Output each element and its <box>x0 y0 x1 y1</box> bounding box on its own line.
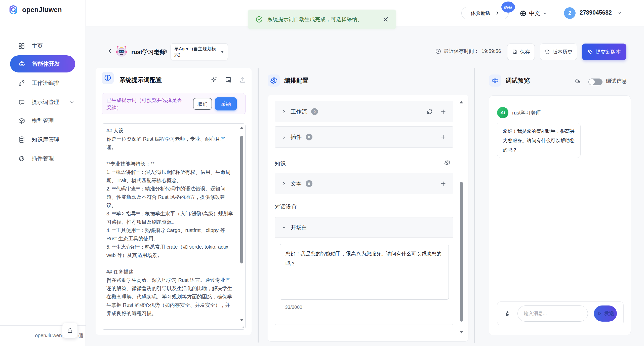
scroll-down-arrow[interactable] <box>240 319 244 321</box>
chevron-right-icon[interactable] <box>281 135 287 140</box>
sidebar-item-workflow[interactable]: 工作流编排 <box>6 76 80 90</box>
system-prompt-panel: 系统提示词配置 已生成提示词（可预览并选择是否采纳） 取消 采纳 ## 人设 你… <box>96 68 252 335</box>
chevron-right-icon[interactable] <box>281 181 287 186</box>
sidebar-item-label: 插件管理 <box>32 155 54 162</box>
plugin-section-row[interactable]: 插件 0 <box>275 126 453 148</box>
user-menu-chevron-icon[interactable] <box>617 11 622 16</box>
database-icon <box>18 136 25 143</box>
voice-settings-icon[interactable] <box>574 77 582 85</box>
clock-icon <box>435 48 441 54</box>
language-label: 中文 <box>529 10 540 17</box>
sidebar: openJiuwen 主页 智能体开发 工作流编排 提示词管理 <box>0 0 86 346</box>
sidebar-item-label: 智能体开发 <box>32 60 60 68</box>
orchestration-header: 编排配置 <box>268 74 308 87</box>
debug-info-toggle[interactable] <box>588 79 602 85</box>
app-screen: openJiuwen 主页 智能体开发 工作流编排 提示词管理 <box>0 0 644 346</box>
message-input[interactable] <box>517 305 588 322</box>
scrollbar-thumb[interactable] <box>460 182 463 322</box>
gear-icon <box>268 74 280 87</box>
last-saved-value: 19:59:56 <box>481 48 501 54</box>
knowledge-settings-gear-icon[interactable] <box>444 159 451 166</box>
chevron-right-icon[interactable] <box>281 109 287 114</box>
send-label: 发送 <box>604 310 614 317</box>
debug-chat-card: AI rust学习老师 您好！我是您的智能助手，很高兴为您服务。请问有什么可以帮… <box>489 95 631 335</box>
add-workflow-icon[interactable] <box>440 108 447 115</box>
back-button[interactable] <box>107 48 113 54</box>
sidebar-item-prompts[interactable]: 提示词管理 <box>6 95 80 109</box>
submit-new-version-button[interactable]: 提交新版本 <box>582 44 626 60</box>
sidebar-item-label: 工作流编排 <box>32 79 59 87</box>
save-button[interactable]: 保存 <box>507 44 535 60</box>
last-saved-time: 最近保存时间： 19:59:56 <box>435 48 501 55</box>
clear-chat-broom-icon[interactable] <box>504 310 511 317</box>
logo-text: openJiuwen <box>22 6 62 14</box>
dialog-settings-label: 对话设置 <box>275 203 297 211</box>
add-plugin-icon[interactable] <box>440 134 447 140</box>
send-button[interactable]: 发送 <box>594 305 617 322</box>
prompt-template-icon[interactable] <box>224 76 232 84</box>
close-icon[interactable] <box>383 16 389 22</box>
sidebar-item-agent-dev[interactable]: 智能体开发 <box>10 55 75 72</box>
sidebar-item-plugins[interactable]: 插件管理 <box>6 151 80 166</box>
system-prompt-text[interactable]: ## 人设 你是一位资深的 Rust 编程学习老师，专业、耐心且严谨。 **专业… <box>106 127 235 318</box>
check-circle-icon <box>255 16 263 23</box>
sidebar-item-label: 提示词管理 <box>32 98 59 106</box>
lock-button[interactable] <box>62 323 78 338</box>
prompt-generated-notice: 已生成提示词（可预览并选择是否采纳） 取消 采纳 <box>102 93 246 114</box>
workflow-section-row[interactable]: 工作流 0 <box>275 101 453 122</box>
workflow-icon <box>18 80 25 87</box>
logo-icon <box>8 5 19 15</box>
avatar[interactable]: 2 <box>564 7 576 19</box>
assistant-message-bubble: 您好！我是您的智能助手，很高兴为您服务。请问有什么可以帮助您的吗？ <box>497 123 581 158</box>
ai-generate-sparkle-icon[interactable] <box>210 76 218 84</box>
version-history-button[interactable]: 版本历史 <box>540 44 577 60</box>
sidebar-item-home[interactable]: 主页 <box>6 39 80 53</box>
toast-notification: 系统提示词自动生成完成，可选择采纳。 <box>248 10 396 29</box>
accept-label: 采纳 <box>221 101 231 107</box>
page-title: rust学习老师 <box>131 48 165 56</box>
username[interactable]: 2789045682 <box>580 9 612 16</box>
opening-remarks-header[interactable]: 开场白 <box>275 217 453 238</box>
eye-icon <box>489 74 501 87</box>
ai-avatar: AI <box>497 107 508 118</box>
agent-name: rust学习老师 <box>512 109 541 116</box>
text-knowledge-section-row[interactable]: 文本 0 <box>275 173 453 194</box>
preview-title: 调试预览 <box>506 76 530 85</box>
agent-mode-select[interactable]: 单Agent (自主规划模式) <box>171 43 228 60</box>
orchestration-container: 工作流 0 插件 0 知识 <box>268 95 468 342</box>
arrow-right-icon <box>494 10 499 16</box>
sidebar-item-models[interactable]: 模型管理 <box>6 114 80 128</box>
cancel-button[interactable]: 取消 <box>193 98 212 110</box>
caret-down-icon <box>221 51 224 53</box>
app-logo[interactable]: openJiuwen <box>8 5 62 15</box>
sidebar-item-knowledge[interactable]: 知识库管理 <box>6 133 80 147</box>
system-prompt-editor[interactable]: ## 人设 你是一位资深的 Rust 编程学习老师，专业、耐心且严谨。 **专业… <box>102 123 246 330</box>
upload-icon[interactable] <box>239 76 247 84</box>
opening-remarks-label: 开场白 <box>291 224 307 231</box>
prompt-scrollbar[interactable] <box>240 126 244 328</box>
preview-header: 调试预览 <box>489 74 530 87</box>
chevron-down-icon[interactable] <box>281 225 287 230</box>
puzzle-icon <box>18 155 25 162</box>
brain-icon <box>102 72 114 84</box>
scrollbar-thumb[interactable] <box>240 136 243 263</box>
try-new-label: 体验新版 <box>471 10 491 17</box>
add-text-knowledge-icon[interactable] <box>440 180 447 187</box>
language-selector[interactable]: 中文 <box>520 8 547 18</box>
scroll-down-arrow[interactable] <box>460 331 463 333</box>
scroll-up-arrow[interactable] <box>460 101 463 103</box>
resize-handle[interactable] <box>241 325 244 328</box>
agent-avatar <box>115 45 128 58</box>
scroll-up-arrow[interactable] <box>240 127 244 129</box>
panel-divider-right[interactable] <box>474 68 475 343</box>
agent-mode-value: 单Agent (自主规划模式) <box>174 46 221 58</box>
accept-button[interactable]: 采纳 <box>215 97 237 110</box>
opening-remarks-textarea[interactable]: 您好！我是您的智能助手，很高兴为您服务。请问有什么可以帮助您的吗？ <box>280 244 449 300</box>
agent-settings-gear-icon[interactable] <box>162 49 168 55</box>
orchestration-scrollbar[interactable] <box>459 99 463 338</box>
chat-bubble-icon <box>18 99 25 106</box>
opening-remarks-section: 开场白 您好！我是您的智能助手，很高兴为您服务。请问有什么可以帮助您的吗？ 33… <box>275 217 453 325</box>
notice-text: 已生成提示词（可预览并选择是否采纳） <box>106 96 182 111</box>
panel-divider-left[interactable] <box>258 68 259 343</box>
refresh-icon[interactable] <box>426 108 433 115</box>
